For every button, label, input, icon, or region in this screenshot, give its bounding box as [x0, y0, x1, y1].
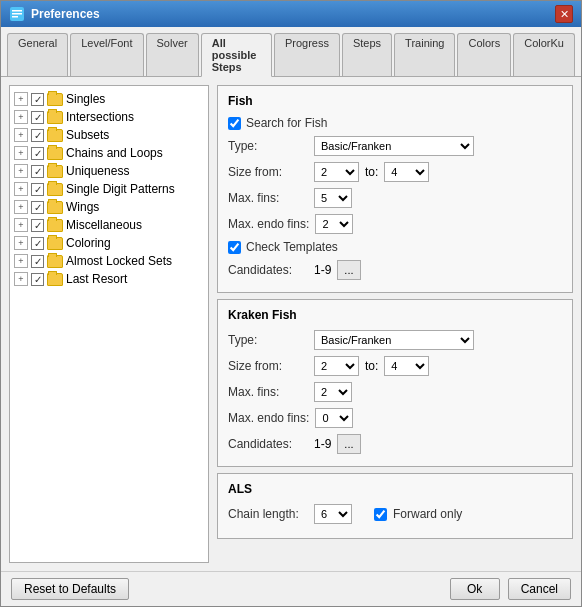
tree-label-coloring: Coloring	[66, 236, 111, 250]
list-item[interactable]: + Wings	[14, 198, 204, 216]
tree-label-singles: Singles	[66, 92, 105, 106]
svg-rect-3	[12, 16, 18, 18]
cancel-button[interactable]: Cancel	[508, 578, 571, 600]
kraken-type-select[interactable]: Basic/Franken Basic Franken Mutant	[314, 330, 474, 350]
expand-icon[interactable]: +	[14, 92, 28, 106]
right-panel: Fish Search for Fish Type: Basic/Franken…	[217, 85, 573, 563]
tree-checkbox-intersections[interactable]	[31, 111, 44, 124]
expand-icon[interactable]: +	[14, 272, 28, 286]
tab-solver[interactable]: Solver	[146, 33, 199, 76]
list-item[interactable]: + Chains and Loops	[14, 144, 204, 162]
fish-type-label: Type:	[228, 139, 308, 153]
list-item[interactable]: + Uniqueness	[14, 162, 204, 180]
kraken-type-label: Type:	[228, 333, 308, 347]
fish-size-from-label: Size from:	[228, 165, 308, 179]
folder-icon-last-resort	[47, 273, 63, 286]
tree-label-intersections: Intersections	[66, 110, 134, 124]
expand-icon[interactable]: +	[14, 236, 28, 250]
list-item[interactable]: + Miscellaneous	[14, 216, 204, 234]
tree-checkbox-subsets[interactable]	[31, 129, 44, 142]
list-item[interactable]: + Almost Locked Sets	[14, 252, 204, 270]
expand-icon[interactable]: +	[14, 128, 28, 142]
expand-icon[interactable]: +	[14, 146, 28, 160]
tree-label-misc: Miscellaneous	[66, 218, 142, 232]
fish-size-from-select[interactable]: 234	[314, 162, 359, 182]
fish-max-endo-fins-select[interactable]: 012	[315, 214, 353, 234]
als-title: ALS	[228, 482, 562, 496]
expand-icon[interactable]: +	[14, 182, 28, 196]
tab-all-possible-steps[interactable]: All possible Steps	[201, 33, 272, 77]
fish-size-to-select[interactable]: 234	[384, 162, 429, 182]
svg-rect-2	[12, 13, 22, 15]
expand-icon[interactable]: +	[14, 110, 28, 124]
als-chain-length-select[interactable]: 4567	[314, 504, 352, 524]
kraken-max-endo-fins-select[interactable]: 012	[315, 408, 353, 428]
tab-colors[interactable]: Colors	[457, 33, 511, 76]
als-chain-length-row: Chain length: 4567 Forward only	[228, 504, 562, 524]
folder-icon-uniqueness	[47, 165, 63, 178]
fish-candidates-value: 1-9	[314, 263, 331, 277]
expand-icon[interactable]: +	[14, 164, 28, 178]
list-item[interactable]: + Subsets	[14, 126, 204, 144]
kraken-max-fins-select[interactable]: 012	[314, 382, 352, 402]
tree-checkbox-als[interactable]	[31, 255, 44, 268]
search-for-fish-checkbox[interactable]	[228, 117, 241, 130]
fish-candidates-label: Candidates:	[228, 263, 308, 277]
tab-colorku[interactable]: ColorKu	[513, 33, 575, 76]
tree-checkbox-sdp[interactable]	[31, 183, 44, 196]
kraken-size-to-select[interactable]: 234	[384, 356, 429, 376]
tree-checkbox-uniqueness[interactable]	[31, 165, 44, 178]
tree-checkbox-chains[interactable]	[31, 147, 44, 160]
folder-icon-singles	[47, 93, 63, 106]
ok-button[interactable]: Ok	[450, 578, 500, 600]
als-forward-only-checkbox[interactable]	[374, 508, 387, 521]
expand-icon[interactable]: +	[14, 200, 28, 214]
als-forward-only-label: Forward only	[393, 507, 462, 521]
search-for-fish-row: Search for Fish	[228, 116, 562, 130]
preferences-window: Preferences ✕ General Level/Font Solver …	[0, 0, 582, 607]
fish-type-select[interactable]: Basic/Franken Basic Franken Mutant	[314, 136, 474, 156]
tab-general[interactable]: General	[7, 33, 68, 76]
list-item[interactable]: + Last Resort	[14, 270, 204, 288]
title-bar-left: Preferences	[9, 6, 100, 22]
tree-label-subsets: Subsets	[66, 128, 109, 142]
tree-checkbox-wings[interactable]	[31, 201, 44, 214]
close-button[interactable]: ✕	[555, 5, 573, 23]
fish-max-fins-select[interactable]: 345	[314, 188, 352, 208]
kraken-fish-section: Kraken Fish Type: Basic/Franken Basic Fr…	[217, 299, 573, 467]
fish-candidates-ellipsis-button[interactable]: ...	[337, 260, 360, 280]
folder-icon-chains	[47, 147, 63, 160]
tab-progress[interactable]: Progress	[274, 33, 340, 76]
tree-label-uniqueness: Uniqueness	[66, 164, 129, 178]
kraken-candidates-ellipsis-button[interactable]: ...	[337, 434, 360, 454]
folder-icon-sdp	[47, 183, 63, 196]
kraken-size-from-select[interactable]: 234	[314, 356, 359, 376]
list-item[interactable]: + Coloring	[14, 234, 204, 252]
tree-checkbox-coloring[interactable]	[31, 237, 44, 250]
als-chain-length-label: Chain length:	[228, 507, 308, 521]
check-templates-label: Check Templates	[246, 240, 338, 254]
kraken-candidates-value: 1-9	[314, 437, 331, 451]
list-item[interactable]: + Single Digit Patterns	[14, 180, 204, 198]
tree-label-last-resort: Last Resort	[66, 272, 127, 286]
window-title: Preferences	[31, 7, 100, 21]
folder-icon-als	[47, 255, 63, 268]
reset-to-defaults-button[interactable]: Reset to Defaults	[11, 578, 129, 600]
fish-section: Fish Search for Fish Type: Basic/Franken…	[217, 85, 573, 293]
kraken-size-row: Size from: 234 to: 234	[228, 356, 562, 376]
expand-icon[interactable]: +	[14, 254, 28, 268]
fish-max-endo-fins-label: Max. endo fins:	[228, 217, 309, 231]
folder-icon-intersections	[47, 111, 63, 124]
tab-steps[interactable]: Steps	[342, 33, 392, 76]
check-templates-checkbox[interactable]	[228, 241, 241, 254]
expand-icon[interactable]: +	[14, 218, 28, 232]
list-item[interactable]: + Singles	[14, 90, 204, 108]
tab-levelfont[interactable]: Level/Font	[70, 33, 143, 76]
tree-checkbox-misc[interactable]	[31, 219, 44, 232]
search-for-fish-label: Search for Fish	[246, 116, 327, 130]
list-item[interactable]: + Intersections	[14, 108, 204, 126]
tree-label-wings: Wings	[66, 200, 99, 214]
tree-checkbox-singles[interactable]	[31, 93, 44, 106]
tree-checkbox-last-resort[interactable]	[31, 273, 44, 286]
tab-training[interactable]: Training	[394, 33, 455, 76]
